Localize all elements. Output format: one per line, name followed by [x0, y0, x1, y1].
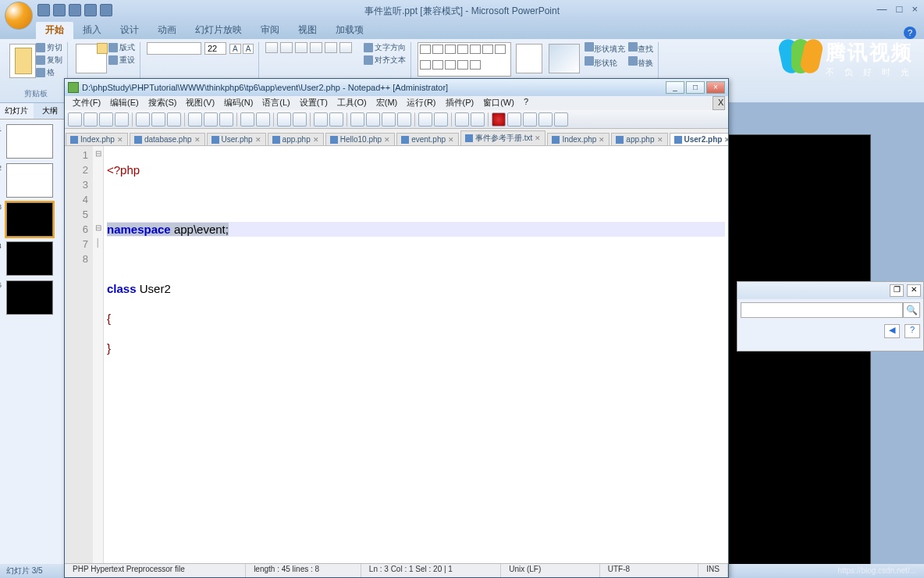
menu-edit[interactable]: 编辑(E) [105, 96, 144, 110]
replace-button[interactable]: 替换 [628, 56, 653, 69]
tb-sync-icon[interactable] [350, 112, 364, 127]
menu-encoding[interactable]: 编码(N) [219, 96, 258, 110]
fold-margin[interactable]: ⊟ ⊟│ [93, 146, 104, 563]
tb-new-icon[interactable] [68, 112, 82, 127]
menu-plugins[interactable]: 插件(P) [441, 96, 479, 110]
save-icon[interactable] [37, 4, 50, 16]
shrink-font-button[interactable]: A [243, 44, 254, 54]
file-tab[interactable]: User.php✕ [207, 133, 266, 145]
npp-minimize-button[interactable]: _ [666, 81, 684, 94]
tb-cut-icon[interactable] [188, 112, 202, 127]
file-tab[interactable]: app.php✕ [268, 133, 324, 145]
align-text-button[interactable]: 对齐文本 [364, 55, 406, 66]
tb-record-icon[interactable] [492, 112, 506, 127]
tb-play-icon[interactable] [523, 112, 537, 127]
taskpane-help-button[interactable]: ? [904, 324, 920, 338]
file-tab[interactable]: event.php✕ [396, 133, 459, 145]
minimize-button[interactable]: — [877, 3, 887, 15]
file-tab[interactable]: database.php✕ [130, 133, 205, 145]
tab-view[interactable]: 视图 [289, 21, 326, 39]
file-tab[interactable]: Index.php✕ [66, 133, 128, 145]
tab-slideshow[interactable]: 幻灯片放映 [186, 21, 251, 39]
tab-review[interactable]: 审阅 [251, 21, 289, 39]
tb-zoomin-icon[interactable] [314, 112, 328, 127]
indent-right-button[interactable] [310, 42, 322, 53]
preview-icon[interactable] [100, 4, 112, 16]
cut-button[interactable]: 剪切 [36, 42, 62, 53]
tb-stop-icon[interactable] [507, 112, 521, 127]
menu-run[interactable]: 运行(R) [402, 96, 440, 110]
tb-doc-icon[interactable] [471, 112, 485, 127]
taskpane-restore-button[interactable]: ❐ [890, 284, 904, 297]
undo-icon[interactable] [53, 4, 66, 16]
tb-fold-icon[interactable] [418, 112, 432, 127]
tb-zoomout-icon[interactable] [329, 112, 343, 127]
tab-anim[interactable]: 动画 [148, 21, 186, 39]
menu-window[interactable]: 窗口(W) [478, 96, 519, 110]
taskpane-search-input[interactable] [741, 302, 903, 318]
arrange-button[interactable] [516, 44, 542, 73]
font-name-input[interactable] [147, 42, 201, 55]
quick-styles-button[interactable] [549, 44, 580, 73]
tb-unfold-icon[interactable] [434, 112, 448, 127]
file-tab[interactable]: 事件参考手册.txt✕ [460, 130, 546, 145]
tb-indent-icon[interactable] [397, 112, 411, 127]
tb-save-icon[interactable] [99, 112, 113, 127]
tb-savemacro-icon[interactable] [554, 112, 568, 127]
grow-font-button[interactable]: A [229, 44, 241, 54]
npp-maximize-button[interactable]: □ [686, 81, 705, 94]
menu-file[interactable]: 文件(F) [68, 96, 105, 110]
code-editor[interactable]: 12345678 ⊟ ⊟│ <?php namespace app\event;… [65, 146, 728, 563]
menu-macro[interactable]: 宏(M) [371, 96, 403, 110]
file-tab-active[interactable]: User2.php✕ [670, 133, 729, 145]
slides-tab[interactable]: 幻灯片 [0, 103, 34, 119]
file-tab[interactable]: Index.php✕ [547, 133, 609, 145]
office-button[interactable] [5, 2, 33, 30]
taskpane-back-button[interactable]: ◀ [884, 324, 900, 338]
copy-button[interactable]: 复制 [36, 55, 62, 66]
taskpane-search-button[interactable]: 🔍 [903, 302, 920, 318]
tb-playmulti-icon[interactable] [538, 112, 553, 127]
tb-saveall-icon[interactable] [115, 112, 129, 127]
tb-copy-icon[interactable] [204, 112, 218, 127]
tb-wrap-icon[interactable] [366, 112, 380, 127]
tab-addins[interactable]: 加载项 [326, 21, 373, 39]
file-tab[interactable]: Hello10.php✕ [325, 133, 395, 145]
tb-undo-icon[interactable] [240, 112, 254, 127]
close-button[interactable]: × [912, 3, 918, 15]
numbering-button[interactable] [280, 42, 293, 53]
tb-func-icon[interactable] [455, 112, 469, 127]
maximize-button[interactable]: □ [897, 3, 903, 15]
columns-button[interactable] [339, 42, 352, 53]
indent-left-button[interactable] [295, 42, 307, 53]
taskpane-close-button[interactable]: ✕ [907, 284, 921, 297]
tb-replace-icon[interactable] [293, 112, 307, 127]
font-size-input[interactable] [204, 42, 226, 55]
outline-tab[interactable]: 大纲 [34, 103, 67, 119]
shapes-gallery[interactable] [418, 42, 511, 77]
menu-settings[interactable]: 设置(T) [295, 96, 332, 110]
tb-open-icon[interactable] [84, 112, 98, 127]
tab-home[interactable]: 开始 [36, 21, 73, 39]
line-spacing-button[interactable] [325, 42, 337, 53]
tb-print-icon[interactable] [167, 112, 181, 127]
reset-button[interactable]: 重设 [108, 55, 135, 66]
tb-find-icon[interactable] [277, 112, 291, 127]
slide-thumb-3[interactable]: 3 [6, 202, 53, 237]
npp-close-button[interactable]: × [706, 81, 725, 94]
shape-outline-button[interactable]: 形状轮 [585, 56, 625, 69]
help-icon[interactable]: ? [904, 27, 916, 39]
layout-button[interactable]: 版式 [108, 42, 135, 53]
slide-thumb-5[interactable]: 5 [6, 280, 53, 315]
menu-view[interactable]: 视图(V) [181, 96, 219, 110]
tb-paste-icon[interactable] [219, 112, 233, 127]
redo-icon[interactable] [69, 4, 81, 16]
slide-thumb-2[interactable]: 2 [6, 163, 53, 198]
bullets-button[interactable] [265, 42, 278, 53]
code-area[interactable]: <?php namespace app\event; class User2 {… [104, 146, 728, 563]
slide-thumb-4[interactable]: 4 [6, 241, 53, 276]
text-direction-button[interactable]: 文字方向 [364, 42, 406, 53]
tb-allchars-icon[interactable] [382, 112, 396, 127]
slide-thumb-1[interactable]: 1 [6, 124, 53, 159]
menu-search[interactable]: 搜索(S) [144, 96, 182, 110]
